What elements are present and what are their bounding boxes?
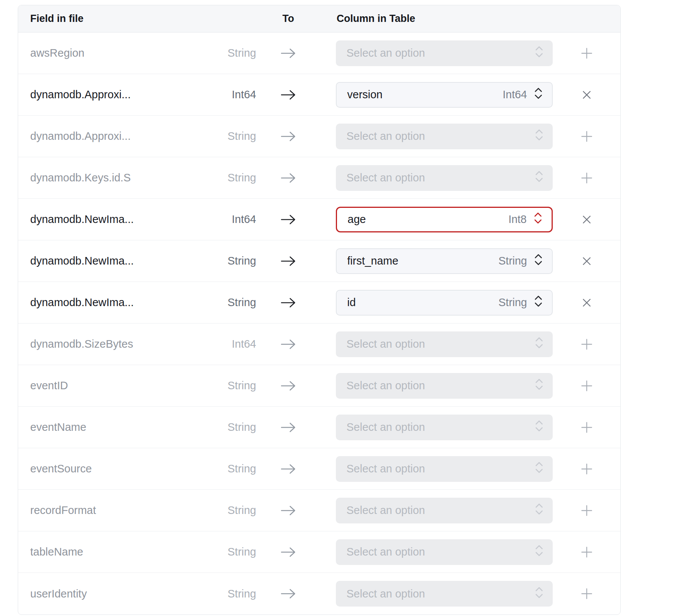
add-mapping-button[interactable] bbox=[577, 168, 597, 188]
select-value: first_name bbox=[347, 255, 398, 267]
plus-icon bbox=[581, 47, 593, 59]
plus-icon bbox=[581, 130, 593, 142]
arrow-right-icon bbox=[256, 505, 320, 516]
column-select bbox=[336, 373, 553, 399]
plus-icon bbox=[581, 505, 593, 517]
table-header: Field in file To Column in Table bbox=[18, 5, 620, 33]
table-row: eventSource String bbox=[18, 448, 620, 490]
chevron-updown-icon bbox=[534, 45, 544, 61]
chevron-updown-icon bbox=[534, 336, 544, 352]
cross-icon bbox=[581, 297, 592, 308]
plus-icon bbox=[581, 380, 593, 392]
table-row: dynamodb.NewIma... String first_name Str… bbox=[18, 240, 620, 282]
select-value: version bbox=[347, 88, 383, 101]
table-row: dynamodb.Approxi... Int64 version Int64 bbox=[18, 74, 620, 116]
field-name: eventSource bbox=[18, 463, 181, 475]
column-select bbox=[336, 165, 553, 191]
add-mapping-button[interactable] bbox=[577, 127, 597, 146]
field-name: tableName bbox=[18, 546, 181, 558]
arrow-right-icon bbox=[256, 172, 320, 184]
add-mapping-button[interactable] bbox=[577, 501, 597, 520]
add-mapping-button[interactable] bbox=[577, 459, 597, 479]
chevron-updown-icon bbox=[534, 502, 544, 518]
field-name: recordFormat bbox=[18, 504, 181, 517]
field-type: String bbox=[181, 47, 256, 59]
select-value bbox=[346, 546, 425, 558]
add-mapping-button[interactable] bbox=[577, 584, 597, 604]
field-type: String bbox=[181, 130, 256, 142]
remove-mapping-button[interactable] bbox=[577, 251, 597, 271]
add-mapping-button[interactable] bbox=[577, 376, 597, 396]
remove-mapping-button[interactable] bbox=[577, 293, 597, 313]
select-value bbox=[346, 504, 425, 517]
field-name: eventID bbox=[18, 379, 181, 392]
column-select[interactable]: version Int64 bbox=[336, 82, 553, 108]
field-type: String bbox=[181, 296, 256, 309]
field-type: String bbox=[181, 504, 256, 517]
plus-icon bbox=[581, 421, 593, 433]
chevron-updown-icon bbox=[533, 253, 544, 269]
chevron-updown-icon bbox=[534, 586, 544, 602]
field-name: dynamodb.NewIma... bbox=[18, 296, 181, 309]
column-type: String bbox=[498, 296, 527, 309]
table-row: dynamodb.SizeBytes Int64 bbox=[18, 323, 620, 365]
column-select bbox=[336, 331, 553, 357]
add-mapping-button[interactable] bbox=[577, 418, 597, 437]
column-type: Int8 bbox=[509, 213, 527, 226]
select-value bbox=[346, 379, 425, 392]
field-name: dynamodb.Approxi... bbox=[18, 130, 181, 142]
select-value: age bbox=[348, 213, 366, 226]
header-column-in-table: Column in Table bbox=[336, 13, 553, 25]
field-name: awsRegion bbox=[18, 47, 181, 59]
field-mapping-table: Field in file To Column in Table awsRegi… bbox=[18, 5, 621, 615]
arrow-right-icon bbox=[256, 588, 320, 599]
column-select bbox=[336, 40, 553, 66]
arrow-right-icon bbox=[256, 546, 320, 558]
field-type: String bbox=[181, 379, 256, 392]
column-select[interactable]: id String bbox=[336, 290, 553, 316]
table-row: recordFormat String bbox=[18, 490, 620, 531]
field-type: Int64 bbox=[181, 338, 256, 350]
select-value bbox=[346, 463, 425, 475]
field-name: dynamodb.Approxi... bbox=[18, 88, 181, 101]
arrow-right-icon bbox=[256, 339, 320, 350]
field-type: String bbox=[181, 463, 256, 475]
arrow-right-icon bbox=[256, 48, 320, 59]
table-row: dynamodb.NewIma... Int64 age Int8 bbox=[18, 199, 620, 240]
field-type: String bbox=[181, 588, 256, 600]
table-row: dynamodb.NewIma... String id String bbox=[18, 282, 620, 323]
add-mapping-button[interactable] bbox=[577, 334, 597, 354]
select-value bbox=[346, 172, 425, 184]
chevron-updown-icon bbox=[534, 544, 544, 560]
add-mapping-button[interactable] bbox=[577, 43, 597, 63]
plus-icon bbox=[581, 463, 593, 475]
arrow-right-icon bbox=[256, 422, 320, 433]
remove-mapping-button[interactable] bbox=[577, 85, 597, 105]
remove-mapping-button[interactable] bbox=[577, 210, 597, 229]
field-type: Int64 bbox=[181, 88, 256, 101]
field-name: userIdentity bbox=[18, 588, 181, 600]
field-type: String bbox=[181, 172, 256, 184]
chevron-updown-icon bbox=[534, 378, 544, 394]
column-select bbox=[336, 581, 553, 607]
chevron-updown-icon bbox=[533, 294, 544, 311]
arrow-right-icon bbox=[256, 89, 320, 101]
chevron-updown-icon bbox=[534, 461, 544, 477]
field-type: String bbox=[181, 421, 256, 433]
add-mapping-button[interactable] bbox=[577, 542, 597, 562]
select-value bbox=[346, 47, 425, 59]
column-type: Int64 bbox=[503, 88, 527, 101]
select-value bbox=[346, 421, 425, 433]
table-row: awsRegion String bbox=[18, 33, 620, 74]
column-select[interactable]: first_name String bbox=[336, 248, 553, 274]
column-select bbox=[336, 456, 553, 482]
field-name: dynamodb.SizeBytes bbox=[18, 338, 181, 350]
arrow-right-icon bbox=[256, 131, 320, 142]
table-row: dynamodb.Keys.id.S String bbox=[18, 157, 620, 199]
field-name: dynamodb.NewIma... bbox=[18, 213, 181, 226]
table-row: eventID String bbox=[18, 365, 620, 407]
column-type: String bbox=[498, 255, 527, 267]
table-row: userIdentity String bbox=[18, 573, 620, 614]
column-select bbox=[336, 124, 553, 149]
column-select[interactable]: age Int8 bbox=[336, 207, 553, 232]
